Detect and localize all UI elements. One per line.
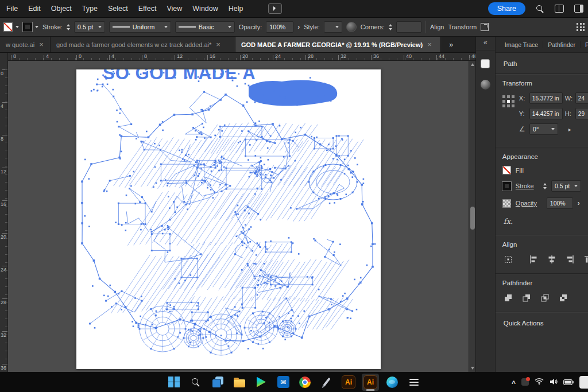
pen-app-icon[interactable]	[318, 374, 335, 391]
corners-input[interactable]	[396, 21, 421, 33]
artboards-panel-icon[interactable]	[478, 56, 493, 71]
panel-stroke-stepper[interactable]	[543, 183, 547, 189]
x-input[interactable]: 15.3772 in	[529, 92, 563, 104]
hidden-icons-chevron[interactable]: ^	[512, 379, 516, 387]
close-tab-icon[interactable]: ×	[39, 40, 44, 49]
align-right-icon[interactable]	[564, 254, 576, 265]
horizontal-ruler[interactable]: 8404812162024283236404448	[8, 53, 475, 60]
stroke-weight-stepper[interactable]	[67, 24, 70, 30]
menu-type[interactable]: Type	[77, 5, 103, 13]
menu-view[interactable]: View	[161, 5, 187, 13]
vertical-ruler[interactable]: 04812162024283236	[0, 61, 8, 372]
scrollbar-thumb[interactable]	[470, 207, 475, 230]
illustrator-active-icon[interactable]: Ai	[362, 374, 379, 391]
outlook-icon[interactable]: ✉	[274, 374, 292, 391]
stroke-swatch[interactable]	[23, 22, 32, 32]
scroll-down-icon[interactable]	[471, 367, 474, 370]
illustrator-icon[interactable]: Ai	[340, 374, 357, 391]
libraries-panel-icon[interactable]	[478, 77, 493, 92]
arrange-documents-icon[interactable]	[574, 5, 583, 13]
canvas-viewport[interactable]: SO GOD MADE A	[8, 61, 469, 372]
appearance-opacity-swatch[interactable]	[502, 199, 511, 208]
notification-badge-icon[interactable]	[521, 378, 529, 386]
fill-link[interactable]: Fill	[516, 167, 542, 174]
rotate-input[interactable]: 0°	[529, 123, 558, 135]
chrome-icon[interactable]	[296, 374, 314, 391]
ruler-corner[interactable]	[0, 53, 8, 61]
task-view-icon[interactable]	[209, 374, 226, 391]
align-top-icon[interactable]	[583, 254, 588, 265]
tray-clipped-icon[interactable]	[579, 376, 588, 389]
opacity-input[interactable]: 100%	[266, 21, 293, 33]
menu-effect[interactable]: Effect	[133, 5, 162, 13]
scroll-up-icon[interactable]	[471, 63, 474, 66]
transform-label[interactable]: Transform	[448, 24, 477, 30]
panel-grid-icon[interactable]	[577, 23, 585, 31]
fill-swatch[interactable]	[3, 22, 13, 32]
brush-definition-select[interactable]: Basic	[175, 21, 235, 33]
appearance-stroke-swatch[interactable]	[502, 182, 511, 191]
y-input[interactable]: 14.4257 in	[529, 108, 563, 119]
menu-select[interactable]: Select	[103, 5, 133, 13]
media-app-icon[interactable]	[253, 374, 270, 391]
pathfinder-unite-icon[interactable]	[502, 292, 514, 304]
expand-panels-icon[interactable]: «	[476, 37, 495, 51]
effects-fx-button[interactable]: fx.	[504, 217, 581, 226]
align-horizontal-center-icon[interactable]	[546, 254, 558, 265]
pathfinder-exclude-icon[interactable]	[558, 292, 569, 304]
menu-object[interactable]: Object	[46, 5, 77, 13]
fill-caret-icon[interactable]	[16, 26, 19, 28]
document-tab-active[interactable]: GOD MADE A FARMER GEORGIA* @ 19.91 % (RG…	[235, 37, 441, 52]
selected-artwork[interactable]	[76, 69, 381, 369]
tab-properties[interactable]: P	[581, 41, 588, 48]
tab-pathfinder[interactable]: Pathfinder	[543, 41, 581, 48]
align-label[interactable]: Align	[430, 24, 444, 30]
tab-image-trace[interactable]: Image Trace	[500, 41, 543, 48]
opacity-link[interactable]: Opacity	[516, 200, 542, 207]
search-icon[interactable]	[536, 5, 544, 13]
transform-more-options-icon[interactable]: ▸	[568, 126, 571, 133]
panel-opacity-popout-icon[interactable]: ›	[578, 199, 580, 207]
wifi-icon[interactable]	[535, 377, 544, 387]
vertical-scrollbar[interactable]	[469, 61, 475, 372]
edge-browser-icon[interactable]	[384, 374, 401, 391]
menu-help[interactable]: Help	[223, 5, 249, 13]
w-input[interactable]: 24	[575, 92, 588, 104]
close-tab-icon[interactable]: ×	[216, 40, 220, 49]
document-tab[interactable]: w quote.ai ×	[0, 37, 51, 52]
menu-edit[interactable]: Edit	[23, 5, 46, 13]
artboard[interactable]: SO GOD MADE A	[76, 69, 381, 369]
style-select[interactable]	[324, 21, 342, 33]
stroke-weight-input[interactable]: 0.5 pt	[74, 21, 105, 33]
document-tab[interactable]: god made a farmer good elements w ez tra…	[51, 37, 235, 52]
workspace-switcher-icon[interactable]	[555, 5, 564, 13]
taskbar-search-icon[interactable]	[187, 374, 204, 391]
align-to-selection-icon[interactable]	[502, 254, 514, 265]
start-button-icon[interactable]	[165, 374, 183, 391]
touch-workspace-icon[interactable]	[268, 3, 282, 14]
battery-icon[interactable]	[563, 377, 574, 387]
corners-stepper[interactable]	[389, 24, 392, 30]
opacity-popout-icon[interactable]: ›	[297, 23, 300, 31]
volume-icon[interactable]	[550, 377, 558, 387]
align-left-icon[interactable]	[528, 254, 539, 265]
tab-overflow-icon[interactable]: »	[449, 40, 452, 49]
appearance-fill-swatch[interactable]	[502, 166, 511, 174]
pathfinder-intersect-icon[interactable]	[539, 292, 551, 304]
close-tab-icon[interactable]: ×	[427, 40, 432, 49]
panel-stroke-weight-input[interactable]: 0.5 pt	[551, 180, 581, 192]
pathfinder-minus-front-icon[interactable]	[521, 292, 532, 304]
recolor-artwork-icon[interactable]	[346, 22, 357, 32]
variable-width-profile-select[interactable]: Uniform	[109, 21, 171, 33]
reference-point-locator[interactable]	[502, 95, 514, 139]
stroke-link[interactable]: Stroke	[516, 183, 539, 189]
list-app-icon[interactable]	[405, 374, 423, 391]
menu-file[interactable]: File	[1, 5, 23, 13]
file-explorer-icon[interactable]	[231, 374, 248, 391]
share-button[interactable]: Share	[488, 2, 525, 15]
panel-opacity-input[interactable]: 100%	[547, 197, 573, 209]
h-input[interactable]: 29	[575, 108, 588, 119]
menu-window[interactable]: Window	[187, 5, 223, 13]
free-transform-icon[interactable]	[481, 23, 489, 31]
stroke-caret-icon[interactable]	[35, 26, 38, 28]
